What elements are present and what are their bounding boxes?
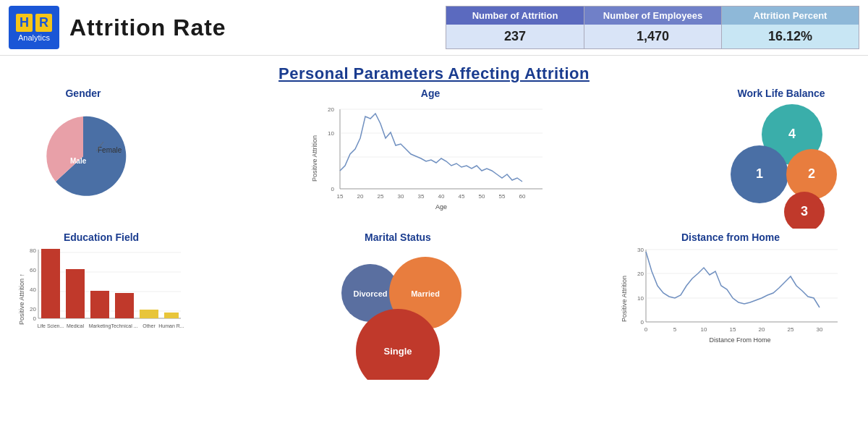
svg-text:3: 3 [801, 204, 808, 218]
marital-title: Marital Status [365, 231, 431, 243]
svg-text:Technical ...: Technical ... [111, 323, 138, 328]
bar-medical [66, 269, 85, 318]
svg-text:45: 45 [459, 193, 465, 200]
svg-text:0: 0 [331, 186, 335, 192]
top-charts-row: Gender Male Female Age Positive Attritio… [0, 88, 868, 229]
female-label-svg: Female [98, 146, 122, 154]
svg-text:Single: Single [383, 346, 412, 357]
svg-text:55: 55 [499, 193, 506, 200]
svg-text:25: 25 [787, 326, 793, 333]
svg-text:4: 4 [788, 127, 796, 141]
svg-text:Medical: Medical [67, 323, 85, 328]
male-label-svg: Male [70, 157, 87, 165]
age-line [340, 114, 522, 182]
distance-line-chart: 30 20 10 0 0 5 10 15 20 25 30 Distance F… [628, 246, 841, 351]
svg-text:0: 0 [33, 315, 37, 322]
distance-y-label: Positive Attrition [621, 259, 628, 339]
stat-percent-header: Attrition Percent [722, 7, 859, 25]
svg-text:20: 20 [357, 193, 364, 200]
svg-text:60: 60 [519, 193, 526, 200]
svg-text:Marketing: Marketing [89, 323, 111, 329]
svg-text:20: 20 [637, 271, 644, 277]
app-title: Attrition Rate [69, 14, 226, 41]
bottom-charts-row: Education Field Positive Attrition ↑ 80 … [0, 231, 868, 380]
svg-text:15: 15 [337, 193, 344, 200]
stat-percent-value: 16.12% [722, 25, 859, 48]
svg-text:20: 20 [758, 326, 765, 333]
svg-text:Distance From Home: Distance From Home [709, 336, 770, 344]
svg-text:30: 30 [816, 326, 822, 333]
age-title: Age [421, 88, 440, 99]
stat-employees-header: Number of Employees [584, 7, 721, 25]
svg-text:25: 25 [378, 193, 384, 200]
svg-text:Life Scien...: Life Scien... [38, 323, 64, 328]
logo-r: R [35, 14, 52, 32]
svg-text:30: 30 [637, 247, 644, 253]
svg-text:1: 1 [756, 166, 763, 181]
svg-text:40: 40 [438, 193, 445, 200]
svg-text:5: 5 [673, 326, 676, 333]
age-line-chart: 20 10 0 15 20 25 30 35 40 45 50 55 60 Ag… [318, 102, 550, 214]
distance-chart: Distance from Home Positive Attrition 30… [608, 231, 854, 380]
svg-text:Married: Married [411, 289, 440, 298]
age-chart: Age Positive Attrition 20 10 0 15 20 25 … [293, 88, 568, 229]
svg-text:0: 0 [640, 319, 644, 326]
age-y-label: Positive Attrition [311, 111, 318, 205]
bar-other [140, 310, 158, 318]
gender-chart: Gender Male Female [14, 88, 152, 229]
education-bar-chart: 80 60 40 20 0 [25, 246, 184, 351]
marital-chart: Marital Status Divorced Married Single [304, 231, 492, 380]
svg-text:Other: Other [142, 323, 156, 328]
marital-bubbles: Divorced Married Single [318, 246, 477, 380]
stat-employees: Number of Employees 1,470 [584, 7, 721, 48]
svg-text:30: 30 [398, 193, 404, 200]
svg-text:10: 10 [328, 130, 334, 137]
svg-text:20: 20 [30, 306, 36, 313]
stat-percent: Attrition Percent 16.12% [721, 7, 859, 48]
page-title: Personal Parameters Affecting Attrition [0, 64, 868, 83]
distance-line [646, 252, 820, 307]
education-chart: Education Field Positive Attrition ↑ 80 … [14, 231, 188, 380]
svg-text:40: 40 [30, 286, 36, 293]
svg-text:2: 2 [808, 166, 815, 181]
svg-text:80: 80 [30, 247, 36, 254]
svg-text:10: 10 [700, 326, 707, 333]
wlb-title: Work Life Balance [737, 88, 825, 99]
distance-title: Distance from Home [681, 231, 780, 243]
svg-text:Human R...: Human R... [158, 323, 184, 328]
wlb-chart: Work Life Balance 4 1 2 3 [709, 88, 854, 229]
logo-h: H [16, 14, 33, 32]
education-y-label: Positive Attrition ↑ [18, 259, 25, 339]
bar-marketing [90, 291, 109, 318]
svg-text:35: 35 [418, 193, 425, 200]
header-stats: Number of Attrition 237 Number of Employ… [446, 6, 859, 49]
wlb-bubbles: 4 1 2 3 [716, 102, 846, 229]
gender-title: Gender [65, 88, 101, 99]
svg-text:60: 60 [30, 267, 36, 273]
bar-humanr [164, 313, 179, 318]
bar-technical [115, 293, 134, 318]
logo-analytics: Analytics [18, 33, 50, 42]
gender-pie: Male Female [25, 102, 141, 203]
stat-attrition: Number of Attrition 237 [446, 7, 584, 48]
header: H R Analytics Attrition Rate Number of A… [0, 0, 868, 56]
stat-attrition-header: Number of Attrition [446, 7, 584, 25]
svg-text:15: 15 [729, 326, 736, 333]
bar-lifescience [41, 249, 60, 318]
svg-text:Divorced: Divorced [353, 289, 387, 298]
svg-text:0: 0 [644, 326, 647, 333]
svg-text:50: 50 [479, 193, 485, 200]
svg-text:20: 20 [328, 106, 334, 113]
svg-text:Age: Age [435, 203, 447, 211]
logo: H R Analytics [9, 6, 59, 49]
svg-text:10: 10 [637, 295, 644, 302]
education-title: Education Field [64, 231, 139, 243]
stat-attrition-value: 237 [446, 25, 584, 48]
stat-employees-value: 1,470 [584, 25, 721, 48]
